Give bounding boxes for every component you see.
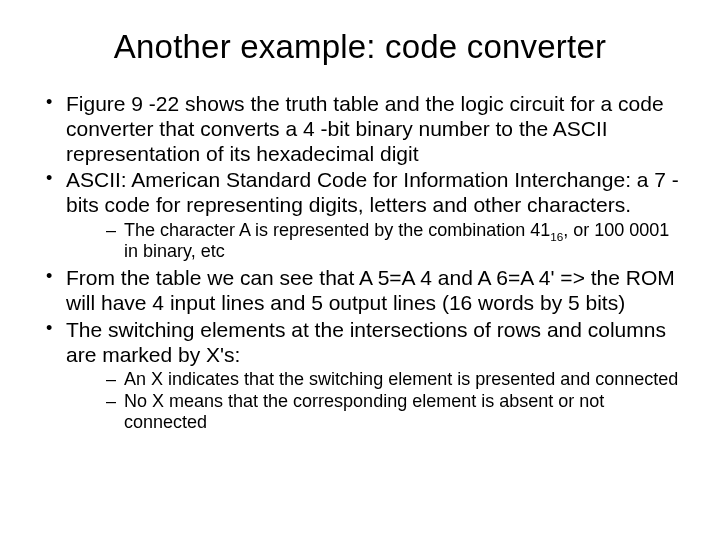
subscript: 16 xyxy=(550,229,563,242)
bullet-item: Figure 9 -22 shows the truth table and t… xyxy=(36,92,684,166)
sub-bullet-item: The character A is represented by the co… xyxy=(66,220,684,262)
slide-title: Another example: code converter xyxy=(36,28,684,66)
bullet-text: The switching elements at the intersecti… xyxy=(66,318,666,366)
bullet-list: Figure 9 -22 shows the truth table and t… xyxy=(36,92,684,433)
bullet-item: The switching elements at the intersecti… xyxy=(36,318,684,433)
bullet-item: From the table we can see that A 5=A 4 a… xyxy=(36,266,684,316)
bullet-text: ASCII: American Standard Code for Inform… xyxy=(66,168,679,216)
sub-bullet-item: No X means that the corresponding elemen… xyxy=(66,391,684,433)
sub-list: An X indicates that the switching elemen… xyxy=(66,369,684,433)
sub-bullet-item: An X indicates that the switching elemen… xyxy=(66,369,684,390)
sub-text-part: The character A is represented by the co… xyxy=(124,220,550,240)
bullet-item: ASCII: American Standard Code for Inform… xyxy=(36,168,684,262)
sub-list: The character A is represented by the co… xyxy=(66,220,684,262)
